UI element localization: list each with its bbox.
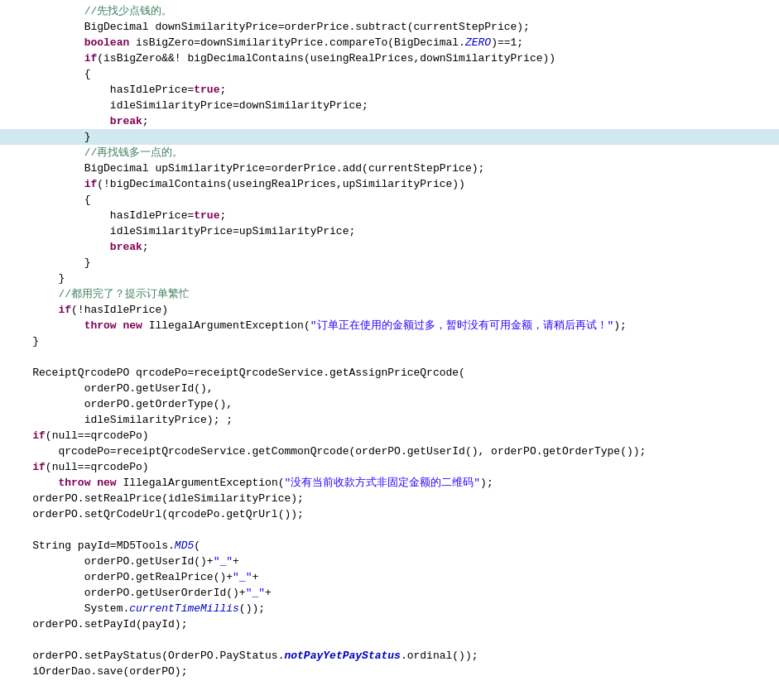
token-field-bold-italic: notPayYetPayStatus	[284, 650, 400, 662]
token-comment: //再找钱多一点的。	[84, 146, 184, 159]
line-content: idleSimilarityPrice); ;	[7, 412, 772, 428]
token-kw: break	[110, 241, 142, 253]
code-line: //再找钱多一点的。	[0, 145, 779, 161]
line-content: BigDecimal downSimilarityPrice=orderPric…	[7, 19, 772, 35]
token-plain: IllegalArgumentException(	[117, 477, 285, 489]
token-plain: String payId=MD5Tools.	[32, 539, 175, 552]
token-plain: IllegalArgumentException(	[142, 319, 310, 332]
code-line: orderPO.getRealPrice()+"_"+	[0, 569, 779, 585]
token-field-italic: MD5	[175, 539, 194, 552]
token-kw: boolean	[84, 36, 130, 49]
line-content: qrcodePo=receiptQrcodeService.getCommonQ…	[7, 443, 772, 459]
code-line: BigDecimal downSimilarityPrice=orderPric…	[0, 19, 779, 35]
token-comment: //都用完了？提示订单繁忙	[58, 288, 190, 300]
line-content: System.currentTimeMillis());	[7, 601, 772, 616]
token-plain: ;	[219, 84, 226, 96]
code-line	[0, 632, 779, 648]
line-content: //再找钱多一点的。	[7, 145, 772, 161]
token-plain: (!hasIdlePrice)	[71, 304, 168, 316]
code-line: }	[0, 271, 779, 286]
line-content: boolean isBigZero=downSimilarityPrice.co…	[7, 35, 772, 50]
token-plain: orderPO.setPayStatus(OrderPO.PayStatus.	[32, 650, 284, 662]
code-line: }	[0, 255, 779, 271]
code-line: {	[0, 66, 779, 82]
token-plain: (null==qrcodePo)	[46, 461, 149, 473]
code-line: orderPO.setPayStatus(OrderPO.PayStatus.n…	[0, 648, 779, 664]
line-content: BigDecimal upSimilarityPrice=orderPrice.…	[7, 161, 772, 176]
code-line: orderPO.getUserId(),	[0, 381, 779, 396]
line-content: if(isBigZero&&! bigDecimalContains(usein…	[7, 50, 772, 66]
token-plain: orderPO.getOrderType(),	[84, 398, 233, 410]
line-content: orderPO.setPayStatus(OrderPO.PayStatus.n…	[7, 648, 772, 664]
token-plain: orderPO.getUserId(),	[84, 382, 214, 395]
token-plain: idleSimilarityPrice=upSimilarityPrice;	[110, 225, 355, 237]
token-str: "没有当前收款方式非固定金额的二维码"	[285, 477, 481, 489]
line-content: if(!bigDecimalContains(useingRealPrices,…	[7, 176, 772, 192]
token-plain: System.	[84, 602, 130, 615]
token-kw: if	[84, 52, 98, 65]
line-content: {	[7, 66, 772, 82]
code-line: orderPO.getUserId()+"_"+	[0, 554, 779, 569]
token-plain: (	[194, 539, 200, 552]
code-line: orderPO.getUserOrderId()+"_"+	[0, 585, 779, 601]
token-kw: if	[32, 461, 46, 473]
code-line: throw new IllegalArgumentException("订单正在…	[0, 318, 779, 333]
code-line: if(!bigDecimalContains(useingRealPrices,…	[0, 176, 779, 192]
code-line: orderPO.setRealPrice(idleSimilarityPrice…	[0, 491, 779, 506]
token-str: "_"	[214, 555, 233, 568]
code-line: boolean isBigZero=downSimilarityPrice.co…	[0, 35, 779, 50]
code-editor: //先找少点钱的。 BigDecimal downSimilarityPrice…	[0, 0, 779, 700]
token-plain: ;	[142, 241, 149, 253]
token-plain: }	[58, 272, 65, 285]
code-line: if(null==qrcodePo)	[0, 459, 779, 475]
token-kw: true	[194, 84, 219, 96]
line-content: orderPO.getUserOrderId()+"_"+	[7, 585, 772, 601]
token-comment: //先找少点钱的。	[84, 5, 173, 17]
code-line: //都用完了？提示订单繁忙	[0, 286, 779, 302]
token-kw: if	[32, 429, 46, 442]
code-line: break;	[0, 239, 779, 255]
token-plain: (null==qrcodePo)	[46, 429, 149, 442]
token-kw: true	[194, 209, 219, 222]
token-plain: (isBigZero&&! bigDecimalContains(useingR…	[97, 52, 555, 65]
token-plain: hasIdlePrice=	[110, 209, 194, 222]
token-plain: qrcodePo=receiptQrcodeService.getCommonQ…	[58, 445, 646, 458]
token-plain: BigDecimal downSimilarityPrice=orderPric…	[84, 21, 530, 33]
token-plain: +	[252, 571, 258, 583]
token-kw: if	[58, 304, 71, 316]
line-content: break;	[7, 113, 772, 129]
code-line: break;	[0, 113, 779, 129]
line-content: {	[7, 192, 772, 208]
line-content: if(!hasIdlePrice)	[7, 302, 772, 318]
code-line: orderPO.getOrderType(),	[0, 396, 779, 412]
code-line: idleSimilarityPrice=upSimilarityPrice;	[0, 223, 779, 239]
code-line: qrcodePo=receiptQrcodeService.getCommonQ…	[0, 443, 779, 459]
code-line: hasIdlePrice=true;	[0, 208, 779, 223]
line-content: ReceiptQrcodePO qrcodePo=receiptQrcodeSe…	[7, 365, 772, 381]
token-plain: orderPO.getUserId()+	[84, 555, 214, 568]
line-content: if(null==qrcodePo)	[7, 459, 772, 475]
token-str: "订单正在使用的金额过多，暂时没有可用金额，请稍后再试！"	[310, 319, 614, 332]
token-str: "_"	[246, 587, 265, 599]
code-line: hasIdlePrice=true;	[0, 82, 779, 98]
line-content: idleSimilarityPrice=upSimilarityPrice;	[7, 223, 772, 239]
code-line: if(!hasIdlePrice)	[0, 302, 779, 318]
code-lines: //先找少点钱的。 BigDecimal downSimilarityPrice…	[0, 3, 779, 679]
code-line: idleSimilarityPrice=downSimilarityPrice;	[0, 98, 779, 113]
code-line: if(isBigZero&&! bigDecimalContains(usein…	[0, 50, 779, 66]
line-content: if(null==qrcodePo)	[7, 428, 772, 443]
code-line: String payId=MD5Tools.MD5(	[0, 538, 779, 554]
token-plain: {	[84, 68, 91, 80]
line-content: break;	[7, 239, 772, 255]
line-content: idleSimilarityPrice=downSimilarityPrice;	[7, 98, 772, 113]
token-plain: idleSimilarityPrice); ;	[84, 414, 233, 426]
token-plain: idleSimilarityPrice=downSimilarityPrice;	[110, 99, 368, 112]
line-content: throw new IllegalArgumentException("订单正在…	[7, 318, 772, 333]
line-content: orderPO.setQrCodeUrl(qrcodePo.getQrUrl()…	[7, 506, 772, 522]
line-content: orderPO.setRealPrice(idleSimilarityPrice…	[7, 491, 772, 506]
token-plain: )==1;	[491, 36, 523, 49]
token-plain: }	[32, 335, 39, 348]
token-kw: throw	[84, 319, 117, 332]
token-plain: +	[265, 587, 272, 599]
token-kw: new	[123, 319, 142, 332]
